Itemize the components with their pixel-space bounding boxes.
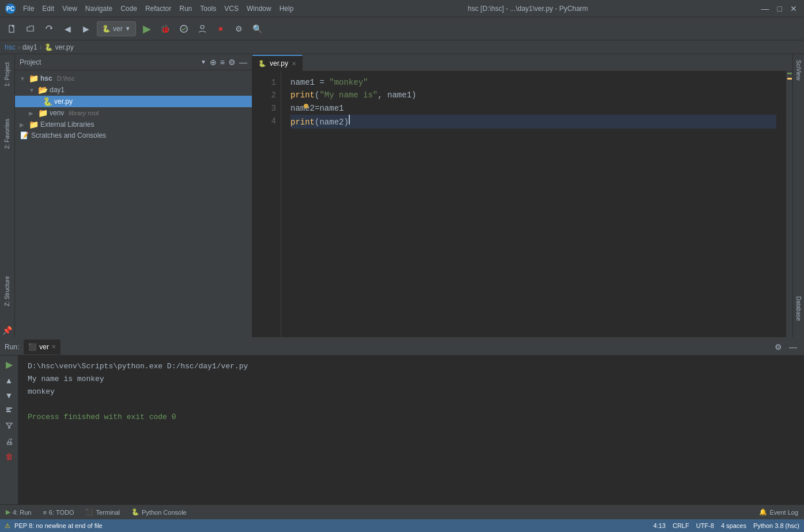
run-sidebar: ▶ ▲ ▼ 🖨 🗑 (0, 356, 18, 504)
breadcrumb-day1[interactable]: day1 (22, 43, 37, 51)
run-tab-icon: ⬛ (28, 343, 37, 351)
menu-window[interactable]: Window (243, 3, 275, 14)
maximize-button[interactable]: □ (775, 4, 784, 13)
nav-tab-todo[interactable]: ≡ 6: TODO (37, 505, 80, 520)
breadcrumb-hsc[interactable]: hsc (5, 43, 16, 51)
sidebar-item-structure[interactable]: Z: Structure (3, 273, 12, 310)
collapse-all-icon[interactable]: ≡ (220, 58, 225, 67)
run-tab-close[interactable]: ✕ (51, 344, 56, 350)
new-file-button[interactable] (5, 21, 20, 36)
back-button[interactable]: ◀ (60, 21, 75, 36)
menu-edit[interactable]: Edit (39, 3, 58, 14)
code-content[interactable]: name1 = "monkey" print("My name is", nam… (281, 71, 786, 337)
settings-button[interactable]: ⚙ (232, 21, 247, 36)
search-button[interactable]: 🔍 (250, 21, 265, 36)
encoding[interactable]: UTF-8 (696, 522, 714, 529)
editor-scrollbar[interactable] (786, 71, 792, 337)
nav-tab-python-console[interactable]: 🐍 Python Console (126, 505, 192, 520)
code-token: ) (344, 116, 348, 129)
code-editor[interactable]: 1 2 3 4 name1 = "monkey" print("My name … (252, 71, 792, 337)
run-tab-name: ver (39, 343, 49, 351)
profile-button[interactable] (195, 21, 210, 36)
right-tab-database[interactable]: Database (794, 293, 803, 325)
python-version[interactable]: Python 3.8 (hsc) (753, 522, 799, 529)
hide-panel-icon[interactable]: — (239, 58, 247, 67)
tree-item-hsc[interactable]: ▼ 📁 hsc D:\hsc (15, 73, 252, 84)
tab-close-button[interactable]: ✕ (292, 61, 296, 67)
bottom-panel: Run: ⬛ ver ✕ ⚙ — ▶ ▲ ▼ (0, 337, 804, 504)
sidebar-item-favorites[interactable]: 2: Favorites (3, 115, 12, 152)
close-button[interactable]: ✕ (788, 4, 799, 13)
cursor-position[interactable]: 4:13 (654, 522, 666, 529)
run-play-button[interactable]: ▶ (5, 358, 14, 371)
locate-file-icon[interactable]: ⊕ (210, 58, 217, 67)
menu-vcs[interactable]: VCS (221, 3, 242, 14)
scrollbar-marker-2 (787, 78, 792, 80)
menu-code[interactable]: Code (117, 3, 141, 14)
run-hide-button[interactable]: — (787, 341, 799, 353)
nav-tab-terminal[interactable]: ⬛ Terminal (80, 505, 126, 520)
tree-label-ver-py: ver.py (54, 97, 73, 105)
todo-nav-label: 6: TODO (49, 509, 74, 516)
pin-button[interactable]: 📌 (0, 323, 14, 337)
tree-item-external-libs[interactable]: ▶ 📁 External Libraries (15, 119, 252, 130)
right-tab-sciview[interactable]: SciView (794, 56, 803, 84)
debug-button[interactable]: 🐞 (158, 21, 173, 36)
menu-navigate[interactable]: Navigate (82, 3, 116, 14)
stop-button[interactable]: ■ (213, 21, 228, 36)
svg-rect-6 (6, 409, 10, 410)
menu-tools[interactable]: Tools (197, 3, 220, 14)
bottom-tabs-bar: Run: ⬛ ver ✕ ⚙ — (0, 338, 804, 356)
nav-tab-run[interactable]: ▶ 4: Run (0, 505, 37, 520)
run-format-button[interactable] (4, 405, 14, 417)
run-filter-button[interactable] (4, 420, 14, 432)
tree-item-scratches[interactable]: 📝 Scratches and Consoles (15, 130, 252, 141)
event-log-nav-label: Event Log (769, 509, 798, 516)
run-config-dropdown[interactable]: ▼ (125, 25, 131, 32)
tree-item-ver-py[interactable]: 🐍 ver.py (15, 96, 252, 107)
line-separator[interactable]: CRLF (673, 522, 689, 529)
settings-icon[interactable]: ⚙ (228, 58, 236, 67)
tree-item-day1[interactable]: ▼ 📂 day1 (15, 84, 252, 96)
tree-extra-venv: library root (69, 110, 99, 116)
menu-view[interactable]: View (59, 3, 81, 14)
warning-dot (304, 104, 308, 108)
sync-button[interactable] (41, 21, 56, 36)
menu-help[interactable]: Help (276, 3, 297, 14)
breadcrumb-sep2: › (40, 43, 42, 51)
code-token: e2=name1 (305, 104, 344, 113)
status-right: 4:13 CRLF UTF-8 4 spaces Python 3.8 (hsc… (654, 522, 799, 529)
folder-icon-external-libs: 📁 (29, 120, 38, 129)
line-num-4: 4 (255, 115, 276, 127)
run-print-button[interactable]: 🖨 (4, 436, 14, 447)
run-settings-button[interactable]: ⚙ (772, 341, 784, 353)
menu-file[interactable]: File (20, 3, 37, 14)
menu-refactor[interactable]: Refactor (142, 3, 175, 14)
coverage-button[interactable] (176, 21, 191, 36)
breadcrumb-ver-py[interactable]: ver.py (55, 43, 74, 51)
open-file-button[interactable] (23, 21, 38, 36)
tree-item-venv[interactable]: ▶ 📁 venv library root (15, 107, 252, 119)
run-button[interactable]: ▶ (139, 21, 154, 36)
line-num-3: 3 (255, 102, 276, 115)
forward-button[interactable]: ▶ (78, 21, 93, 36)
editor-tab-ver-py[interactable]: 🐍 ver.py ✕ (252, 55, 303, 71)
project-dropdown-arrow[interactable]: ▼ (201, 59, 206, 65)
warning-text: PEP 8: no newline at end of file (14, 522, 103, 529)
svg-rect-7 (6, 411, 11, 412)
indent-info[interactable]: 4 spaces (721, 522, 746, 529)
menu-run[interactable]: Run (176, 3, 195, 14)
sidebar-item-project[interactable]: 1: Project (3, 59, 12, 90)
run-trash-button[interactable]: 🗑 (4, 451, 14, 462)
tree-label-day1: day1 (50, 86, 65, 94)
svg-text:PC: PC (6, 6, 14, 12)
run-tab-ver[interactable]: ⬛ ver ✕ (24, 339, 61, 354)
run-config-selector[interactable]: 🐍 ver ▼ (97, 21, 136, 36)
run-scroll-down-button[interactable]: ▼ (4, 390, 14, 401)
status-warning[interactable]: ⚠ PEP 8: no newline at end of file (5, 522, 647, 530)
run-scroll-up-button[interactable]: ▲ (4, 375, 14, 386)
cursor (349, 115, 350, 124)
event-log-nav-icon: 🔔 (759, 508, 767, 516)
minimize-button[interactable]: — (759, 4, 772, 13)
nav-tab-event-log[interactable]: 🔔 Event Log (753, 505, 804, 520)
